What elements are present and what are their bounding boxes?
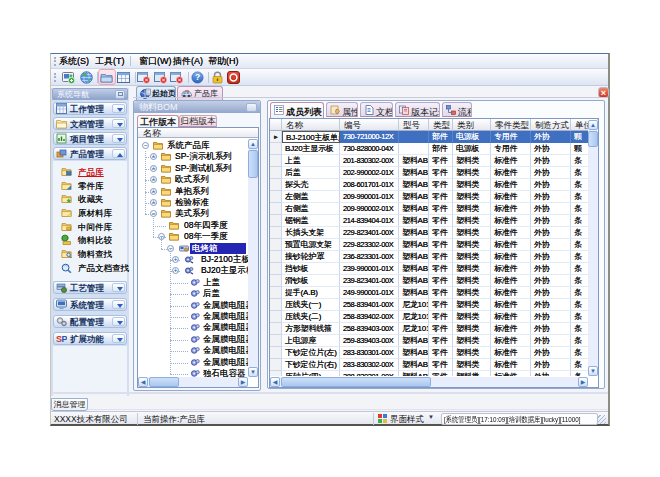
svg-text:P: P xyxy=(62,334,68,344)
svg-text:?: ? xyxy=(195,72,200,82)
